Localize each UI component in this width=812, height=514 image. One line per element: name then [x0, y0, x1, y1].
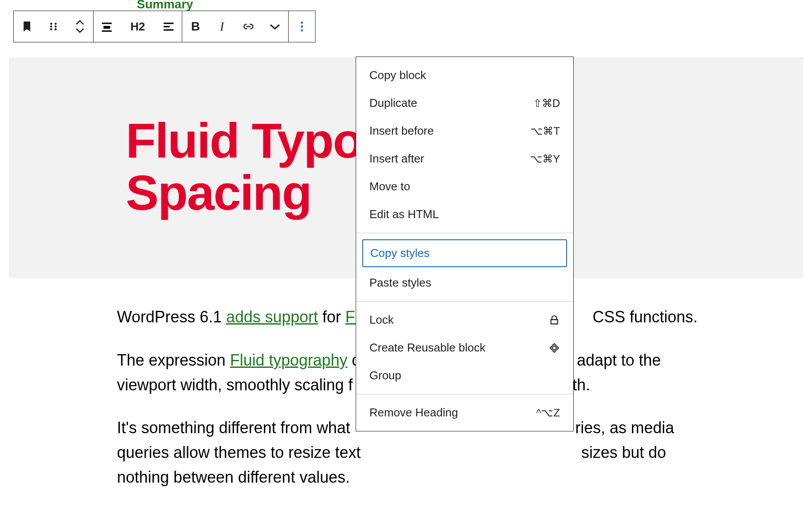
shortcut-label: ⌥⌘T	[530, 125, 560, 137]
bookmark-icon	[20, 20, 34, 33]
menu-edit-html[interactable]: Edit as HTML	[356, 200, 573, 228]
svg-rect-7	[104, 26, 110, 29]
svg-rect-9	[164, 23, 174, 24]
chevron-down-icon	[268, 20, 282, 33]
move-up-down-button[interactable]	[67, 11, 93, 42]
more-vertical-icon	[295, 20, 308, 33]
svg-rect-11	[164, 29, 174, 30]
link-icon	[242, 20, 255, 33]
lock-icon	[549, 314, 560, 326]
chevron-down-icon	[75, 28, 84, 33]
link-adds-support[interactable]: adds support	[226, 308, 318, 326]
svg-point-2	[50, 26, 53, 28]
chevron-up-icon	[75, 20, 84, 25]
svg-point-12	[301, 22, 303, 24]
menu-remove-heading[interactable]: Remove Heading ^⌥Z	[356, 399, 573, 427]
shortcut-label: ^⌥Z	[536, 407, 560, 419]
bold-button[interactable]: B	[182, 11, 209, 42]
options-button[interactable]	[289, 11, 315, 42]
menu-paste-styles[interactable]: Paste styles	[356, 269, 573, 297]
link-button[interactable]	[235, 11, 262, 42]
truncated-link: Summary	[137, 0, 193, 11]
block-toolbar: H2 B I	[13, 11, 316, 42]
reusable-icon	[549, 342, 560, 354]
svg-rect-6	[102, 23, 112, 24]
block-options-menu: Copy block Duplicate ⇧⌘D Insert before ⌥…	[356, 57, 574, 431]
italic-button[interactable]: I	[209, 11, 235, 42]
align-button[interactable]	[94, 11, 120, 42]
link-fluid-typography[interactable]: Fluid typography	[230, 351, 347, 369]
menu-move-to[interactable]: Move to	[356, 173, 573, 200]
text-align-button[interactable]	[155, 11, 182, 42]
menu-lock[interactable]: Lock	[356, 306, 573, 334]
heading-level-button[interactable]: H2	[120, 11, 155, 42]
svg-point-5	[55, 28, 57, 30]
heading-level-label: H2	[130, 20, 145, 34]
menu-duplicate[interactable]: Duplicate ⇧⌘D	[356, 89, 573, 117]
text-align-left-icon	[162, 20, 175, 33]
menu-copy-styles[interactable]: Copy styles	[362, 239, 567, 267]
block-type-button[interactable]	[14, 11, 40, 42]
svg-point-1	[55, 23, 57, 25]
align-icon	[100, 20, 113, 33]
menu-reusable-block[interactable]: Create Reusable block	[356, 334, 573, 362]
menu-group[interactable]: Group	[356, 362, 573, 389]
menu-insert-after[interactable]: Insert after ⌥⌘Y	[356, 145, 573, 173]
svg-rect-10	[164, 26, 170, 27]
drag-icon	[47, 20, 60, 33]
svg-point-13	[301, 26, 303, 28]
shortcut-label: ⌥⌘Y	[530, 153, 560, 165]
menu-insert-before[interactable]: Insert before ⌥⌘T	[356, 117, 573, 145]
svg-point-3	[55, 26, 57, 28]
shortcut-label: ⇧⌘D	[533, 97, 560, 110]
menu-copy-block[interactable]: Copy block	[356, 61, 573, 89]
svg-point-14	[301, 29, 303, 31]
more-rich-text-button[interactable]	[262, 11, 288, 42]
drag-handle-button[interactable]	[40, 11, 67, 42]
svg-point-4	[50, 28, 53, 30]
svg-point-0	[50, 23, 53, 25]
svg-rect-8	[102, 30, 112, 32]
